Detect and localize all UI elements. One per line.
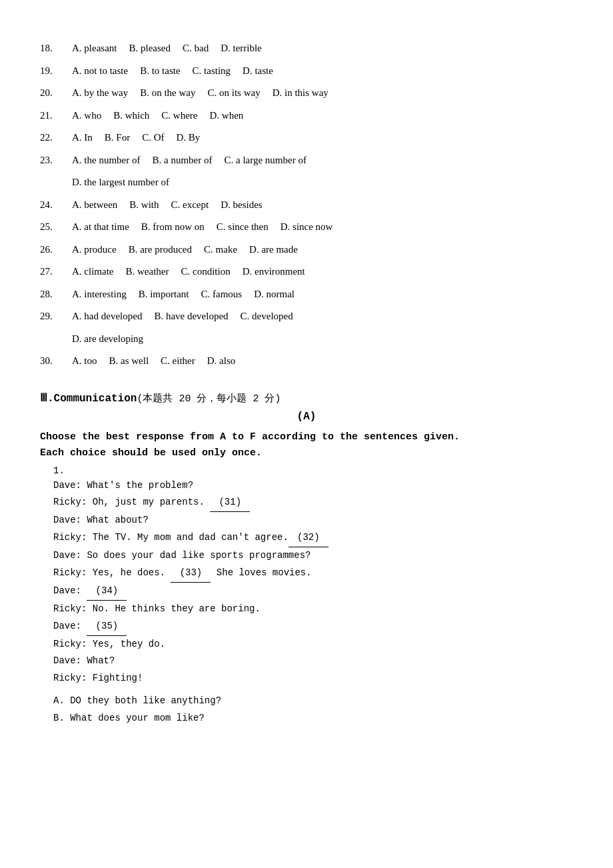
- q19-c: C. tasting: [193, 63, 231, 80]
- q22-c: C. Of: [142, 129, 164, 147]
- dialogue-header: 1.: [53, 465, 573, 476]
- q27-d: D. environment: [243, 263, 305, 281]
- q29-c: C. developed: [241, 308, 293, 325]
- instruction-line2: Each choice should be used only once.: [40, 445, 573, 461]
- dialogue-8: Dave: (35): [53, 618, 573, 636]
- q22-a: A. In: [72, 129, 93, 147]
- q21-num: 21.: [40, 107, 72, 125]
- q28-c: C. famous: [201, 286, 242, 303]
- q21-options: A. who B. which C. where D. when: [72, 107, 573, 125]
- q25-options: A. at that time B. from now on C. since …: [72, 219, 573, 236]
- q21-b: B. which: [113, 107, 149, 125]
- dialogue-9: Ricky: Yes, they do.: [53, 636, 573, 653]
- question-30: 30. A. too B. as well C. either D. also: [40, 353, 573, 370]
- blank-31: (31): [210, 494, 250, 512]
- q24-d: D. besides: [221, 197, 263, 214]
- q29-options: A. had developed B. have developed C. de…: [72, 308, 573, 325]
- choice-b: B. What does your mom like?: [53, 710, 573, 727]
- q24-num: 24.: [40, 197, 72, 214]
- q20-num: 20.: [40, 85, 72, 102]
- q23-options: A. the number of B. a number of C. a lar…: [72, 152, 573, 169]
- q26-d: D. are made: [249, 241, 298, 259]
- section3-header: Ⅲ.Communication(本题共 20 分，每小题 2 分): [40, 391, 573, 405]
- q18-num: 18.: [40, 40, 72, 57]
- q28-options: A. interesting B. important C. famous D.…: [72, 286, 573, 303]
- q25-b: B. from now on: [141, 219, 205, 236]
- dialogue-11: Ricky: Fighting!: [53, 670, 573, 687]
- question-23: 23. A. the number of B. a number of C. a…: [40, 152, 573, 169]
- q30-b: B. as well: [109, 353, 149, 370]
- q21-d: D. when: [210, 107, 244, 125]
- q29-continuation: D. are developing: [72, 331, 573, 348]
- section3-title: Ⅲ.Communication: [40, 393, 137, 405]
- question-19: 19. A. not to taste B. to taste C. tasti…: [40, 63, 573, 80]
- q30-num: 30.: [40, 353, 72, 370]
- blank-35: (35): [87, 618, 127, 636]
- q27-b: B. weather: [125, 263, 169, 281]
- q28-a: A. interesting: [72, 286, 127, 303]
- q23-num: 23.: [40, 152, 72, 169]
- q30-d: D. also: [207, 353, 236, 370]
- q20-b: B. on the way: [140, 85, 195, 102]
- q23-continuation: D. the largest number of: [72, 174, 573, 191]
- question-26: 26. A. produce B. are produced C. make D…: [40, 241, 573, 259]
- question-29: 29. A. had developed B. have developed C…: [40, 308, 573, 325]
- question-20: 20. A. by the way B. on the way C. on it…: [40, 85, 573, 102]
- part-a-label: (A): [40, 410, 573, 423]
- q19-options: A. not to taste B. to taste C. tasting D…: [72, 63, 573, 80]
- q29-d: D. are developing: [72, 331, 143, 348]
- q24-c: C. except: [171, 197, 209, 214]
- dialogue-4: Dave: So does your dad like sports progr…: [53, 547, 573, 565]
- q25-c: C. since then: [217, 219, 269, 236]
- dialogue-1: Ricky: Oh, just my parents. (31): [53, 494, 573, 512]
- dialogue-2: Dave: What about?: [53, 512, 573, 529]
- q23-a: A. the number of: [72, 152, 140, 169]
- section3-subtitle: (本题共 20 分，每小题 2 分): [137, 393, 281, 405]
- q21-a: A. who: [72, 107, 101, 125]
- q22-d: D. By: [177, 129, 201, 147]
- choice-a: A. DO they both like anything?: [53, 693, 573, 710]
- instruction-line1: Choose the best response from A to F acc…: [40, 429, 573, 445]
- q28-b: B. important: [139, 286, 189, 303]
- choice-list: A. DO they both like anything? B. What d…: [53, 693, 573, 727]
- q25-a: A. at that time: [72, 219, 129, 236]
- q28-num: 28.: [40, 286, 72, 303]
- question-28: 28. A. interesting B. important C. famou…: [40, 286, 573, 303]
- q20-c: C. on its way: [207, 85, 260, 102]
- question-25: 25. A. at that time B. from now on C. si…: [40, 219, 573, 236]
- dialogue-3: Ricky: The TV. My mom and dad can't agre…: [53, 529, 573, 547]
- q26-b: B. are produced: [129, 241, 192, 259]
- q26-options: A. produce B. are produced C. make D. ar…: [72, 241, 573, 259]
- q18-c: C. bad: [183, 40, 209, 57]
- question-21: 21. A. who B. which C. where D. when: [40, 107, 573, 125]
- q27-num: 27.: [40, 263, 72, 281]
- question-22: 22. A. In B. For C. Of D. By: [40, 129, 573, 147]
- question-27: 27. A. climate B. weather C. condition D…: [40, 263, 573, 281]
- q26-a: A. produce: [72, 241, 117, 259]
- dialogue-num: 1.: [53, 465, 65, 476]
- dialogue-7: Ricky: No. He thinks they are boring.: [53, 601, 573, 618]
- q23-c: C. a large number of: [224, 152, 306, 169]
- dialogue-block: 1. Dave: What's the problem? Ricky: Oh, …: [53, 465, 573, 688]
- q20-a: A. by the way: [72, 85, 128, 102]
- questions-section: 18. A. pleasant B. pleased C. bad D. ter…: [40, 40, 573, 370]
- q30-a: A. too: [72, 353, 97, 370]
- q27-a: A. climate: [72, 263, 113, 281]
- q25-num: 25.: [40, 219, 72, 236]
- q19-b: B. to taste: [140, 63, 180, 80]
- q29-num: 29.: [40, 308, 72, 325]
- q18-a: A. pleasant: [72, 40, 117, 57]
- q18-b: B. pleased: [129, 40, 170, 57]
- dialogue-10: Dave: What?: [53, 653, 573, 670]
- q26-num: 26.: [40, 241, 72, 259]
- q22-b: B. For: [105, 129, 130, 147]
- q30-c: C. either: [161, 353, 195, 370]
- question-18: 18. A. pleasant B. pleased C. bad D. ter…: [40, 40, 573, 57]
- question-24: 24. A. between B. with C. except D. besi…: [40, 197, 573, 214]
- dialogue-0: Dave: What's the problem?: [53, 477, 573, 495]
- q28-d: D. normal: [254, 286, 295, 303]
- q24-options: A. between B. with C. except D. besides: [72, 197, 573, 214]
- blank-33: (33): [171, 565, 211, 583]
- q21-c: C. where: [161, 107, 197, 125]
- q25-d: D. since now: [281, 219, 333, 236]
